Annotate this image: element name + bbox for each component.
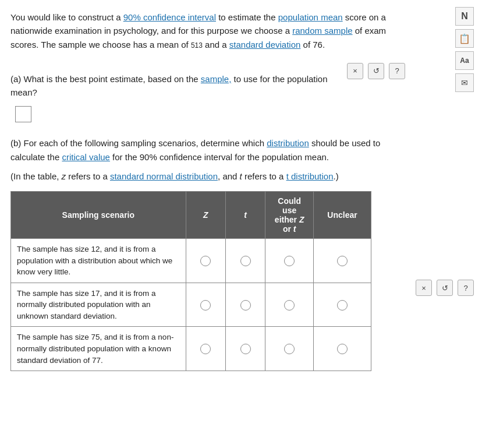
part-b-text4: confidence interval for the population m… xyxy=(157,152,329,162)
std-deviation-link[interactable]: standard deviation xyxy=(229,40,301,50)
row2-z-cell xyxy=(186,283,225,327)
part-a-row: (a) What is the best point estimate, bas… xyxy=(10,62,405,123)
t-dist-link[interactable]: t distribution xyxy=(286,171,334,181)
sample-link[interactable]: sample, xyxy=(201,74,232,84)
table-note-text4: refers to a xyxy=(242,171,286,181)
row2-unclear-radio[interactable] xyxy=(337,300,348,311)
row3-z-cell xyxy=(186,327,225,371)
row1-unclear-cell xyxy=(314,239,371,283)
table-header-row: Sampling scenario Z t Could useeither Z … xyxy=(11,192,371,239)
table-note-text2: refers to a xyxy=(66,171,110,181)
toolbar-icon-aa[interactable]: Aa xyxy=(455,51,474,70)
row2-z-radio[interactable] xyxy=(200,300,211,311)
row1-either-radio[interactable] xyxy=(284,256,295,266)
intro-text7: . xyxy=(322,40,325,50)
col-header-either: Could useeither Z or t xyxy=(265,192,314,239)
col-header-unclear: Unclear xyxy=(314,192,371,239)
row2-t-radio[interactable] xyxy=(240,300,251,311)
part-a-close-button[interactable]: × xyxy=(347,63,363,79)
toolbar-icon-clipboard[interactable]: 📋 xyxy=(455,29,474,48)
row1-t-radio[interactable] xyxy=(240,256,251,266)
population-mean-link[interactable]: population mean xyxy=(278,12,343,22)
random-sample-link[interactable]: random sample xyxy=(292,26,352,36)
critical-value-link[interactable]: critical value xyxy=(62,152,110,162)
row1-z-radio[interactable] xyxy=(200,256,211,266)
row2-either-radio[interactable] xyxy=(284,300,295,311)
col-header-z: Z xyxy=(186,192,225,239)
row3-unclear-radio[interactable] xyxy=(337,344,348,354)
table-close-button[interactable]: × xyxy=(416,280,432,296)
main-container: You would like to construct a 90% confid… xyxy=(0,0,419,382)
row1-unclear-radio[interactable] xyxy=(337,256,348,266)
z-italic: z xyxy=(62,171,66,181)
part-b-section: (b) For each of the following sampling s… xyxy=(10,136,405,164)
table-toolbar: × ↺ ? xyxy=(416,280,474,296)
confidence-interval-link[interactable]: 90% confidence interval xyxy=(123,12,216,22)
row3-t-cell xyxy=(225,327,265,371)
part-b-conf: 90% xyxy=(140,152,157,162)
col-header-t: t xyxy=(225,192,265,239)
toolbar-icon-n[interactable]: N xyxy=(455,7,474,26)
table-note-text1: (In the table, xyxy=(10,171,62,181)
part-b-text1: (b) For each of the following sampling s… xyxy=(10,138,267,148)
part-a-left: (a) What is the best point estimate, bas… xyxy=(10,62,347,123)
row3-either-radio[interactable] xyxy=(284,344,295,354)
row3-t-radio[interactable] xyxy=(240,344,251,354)
row1-z-cell xyxy=(186,239,225,283)
row1-t-cell xyxy=(225,239,265,283)
row3-z-radio[interactable] xyxy=(200,344,211,354)
intro-text1: You would like to construct a xyxy=(10,12,123,22)
row1-either-cell xyxy=(265,239,314,283)
scenario-2-text: The sample has size 17, and it is from a… xyxy=(11,283,186,327)
scenario-1-text: The sample has size 12, and it is from a… xyxy=(11,239,186,283)
part-b-text3: for the xyxy=(110,152,140,162)
intro-text2: to estimate the xyxy=(216,12,278,22)
table-help-button[interactable]: ? xyxy=(458,280,474,296)
std-normal-dist-link[interactable]: standard normal distribution xyxy=(110,171,218,181)
intro-paragraph: You would like to construct a 90% confid… xyxy=(10,10,405,51)
toolbar-icon-mail[interactable]: ✉ xyxy=(455,73,474,92)
part-a-toolbar: × ↺ ? xyxy=(347,62,405,79)
sampling-table: Sampling scenario Z t Could useeither Z … xyxy=(10,191,371,371)
right-toolbar: N 📋 Aa ✉ xyxy=(455,7,474,92)
row2-unclear-cell xyxy=(314,283,371,327)
col-header-scenario: Sampling scenario xyxy=(11,192,186,239)
part-a-label: (a) What is the best point estimate, bas… xyxy=(10,72,347,100)
mean-value: 513 xyxy=(191,41,203,50)
table-note-text3: , and xyxy=(218,171,240,181)
part-b-text: (b) For each of the following sampling s… xyxy=(10,136,405,164)
intro-text5: and a xyxy=(203,40,229,50)
table-undo-button[interactable]: ↺ xyxy=(437,280,453,296)
part-a-undo-button[interactable]: ↺ xyxy=(368,63,384,79)
table-row: The sample has size 17, and it is from a… xyxy=(11,283,371,327)
row2-t-cell xyxy=(225,283,265,327)
table-row: The sample has size 75, and it is from a… xyxy=(11,327,371,371)
part-a-answer-box[interactable] xyxy=(15,106,31,122)
row3-unclear-cell xyxy=(314,327,371,371)
intro-text6: of xyxy=(300,40,313,50)
table-note: (In the table, z refers to a standard no… xyxy=(10,170,405,183)
row2-either-cell xyxy=(265,283,314,327)
table-note-text: (In the table, z refers to a standard no… xyxy=(10,170,405,183)
part-a-text1: (a) What is the best point estimate, bas… xyxy=(10,74,201,84)
table-note-text5: .) xyxy=(334,171,339,181)
scenario-3-text: The sample has size 75, and it is from a… xyxy=(11,327,186,371)
row3-either-cell xyxy=(265,327,314,371)
distribution-link[interactable]: distribution xyxy=(267,138,309,148)
table-row: The sample has size 12, and it is from a… xyxy=(11,239,371,283)
part-a-help-button[interactable]: ? xyxy=(389,63,405,79)
std-dev-value: 76 xyxy=(313,40,322,50)
